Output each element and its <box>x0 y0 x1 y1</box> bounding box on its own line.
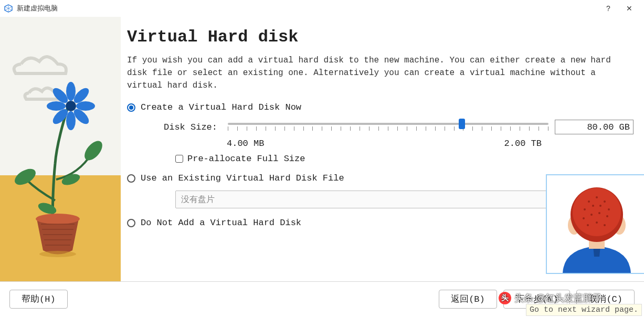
radio-do-not-add[interactable] <box>127 219 135 227</box>
slider-min-label: 4.00 MB <box>227 139 264 149</box>
slider-range-labels: 4.00 MB 2.00 TB <box>227 139 542 149</box>
svg-point-35 <box>604 224 606 226</box>
radio-create-now[interactable] <box>127 103 135 112</box>
svg-point-22 <box>588 200 590 203</box>
svg-point-23 <box>596 196 598 198</box>
svg-point-21 <box>573 188 621 236</box>
watermark: 头 头条 @红头发蓝胖子 <box>499 292 602 304</box>
svg-point-6 <box>66 101 76 111</box>
titlebar: 新建虚拟电脑 ? ✕ <box>0 0 644 17</box>
svg-point-9 <box>47 101 66 111</box>
svg-point-33 <box>587 224 589 226</box>
watermark-text: 头条 @红头发蓝胖子 <box>514 292 602 304</box>
preallocate-checkbox[interactable] <box>175 155 183 163</box>
svg-point-16 <box>39 251 76 257</box>
radio-use-existing[interactable] <box>127 174 135 183</box>
svg-point-31 <box>598 212 600 214</box>
svg-point-24 <box>604 200 606 203</box>
watermark-icon: 头 <box>499 292 511 304</box>
label-do-not-add: Do Not Add a Virtual Hard Disk <box>141 218 301 228</box>
disk-size-input[interactable] <box>555 120 634 134</box>
label-use-existing: Use an Existing Virtual Hard Disk File <box>141 173 344 183</box>
svg-point-3 <box>81 138 106 163</box>
next-tooltip: Go to next wizard page. <box>526 304 642 316</box>
option-create-now[interactable]: Create a Virtual Hard Disk Now <box>127 102 634 112</box>
disk-size-slider[interactable] <box>228 123 548 132</box>
label-create-now: Create a Virtual Hard Disk Now <box>141 102 301 112</box>
help-button-footer[interactable]: 帮助(H) <box>9 290 68 309</box>
page-title: Virtual Hard disk <box>127 27 634 47</box>
disk-size-label: Disk Size: <box>164 122 221 132</box>
page-description: If you wish you can add a virtual hard d… <box>127 54 634 92</box>
preallocate-label: Pre-allocate Full Size <box>187 154 305 164</box>
svg-point-34 <box>596 221 598 224</box>
window-title: 新建虚拟电脑 <box>17 4 598 13</box>
svg-point-27 <box>599 205 601 207</box>
preallocate-row[interactable]: Pre-allocate Full Size <box>175 154 634 164</box>
sidebar-illustration <box>0 17 121 281</box>
svg-point-10 <box>76 101 95 111</box>
svg-point-29 <box>583 217 585 219</box>
svg-point-28 <box>608 208 610 210</box>
help-button[interactable]: ? <box>598 0 619 17</box>
svg-point-30 <box>590 214 593 216</box>
disk-size-row: Disk Size: <box>164 120 634 134</box>
svg-point-26 <box>592 205 594 207</box>
slider-max-label: 2.00 TB <box>504 139 542 149</box>
svg-point-25 <box>584 208 586 210</box>
svg-point-32 <box>606 215 608 217</box>
svg-point-2 <box>12 166 38 188</box>
back-button[interactable]: 返回(B) <box>439 290 497 309</box>
close-button[interactable]: ✕ <box>619 0 640 17</box>
avatar-overlay <box>546 174 644 274</box>
app-icon <box>4 4 13 13</box>
existing-file-dropdown[interactable]: 没有盘片 ▾ <box>175 191 574 208</box>
svg-point-15 <box>36 214 80 224</box>
svg-point-7 <box>66 82 76 101</box>
svg-point-8 <box>66 111 76 130</box>
main-area: Virtual Hard disk If you wish you can ad… <box>0 17 644 281</box>
wizard-sidebar <box>0 17 121 281</box>
dropdown-selected: 没有盘片 <box>181 194 215 205</box>
wizard-content: Virtual Hard disk If you wish you can ad… <box>121 17 644 281</box>
